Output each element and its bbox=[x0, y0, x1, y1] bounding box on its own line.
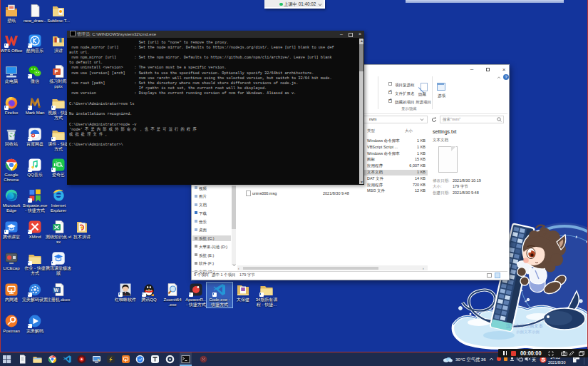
svg-text:示例文本示例: 示例文本示例 bbox=[516, 330, 540, 335]
svg-text:P: P bbox=[55, 68, 58, 75]
svg-text:W: W bbox=[54, 288, 59, 293]
svg-text:汉字文字示例文本: 汉字文字示例文本 bbox=[506, 323, 544, 329]
